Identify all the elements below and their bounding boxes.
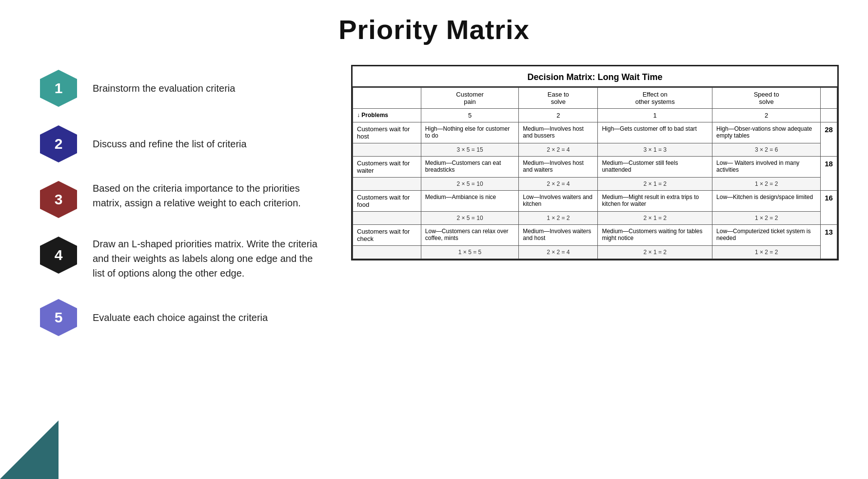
- cell-score-r4-c1: 1 × 5 = 5: [421, 246, 518, 259]
- matrix-row-desc-4: Customers wait for checkLow—Customers ca…: [353, 225, 837, 246]
- cell-desc-r4-c1: Low—Customers can relax over coffee, min…: [421, 225, 518, 246]
- cell-desc-r2-c2: Medium—Involves host and waiters: [519, 157, 598, 178]
- cell-desc-r1-c2: Medium—Involves host and bussers: [519, 122, 598, 143]
- page-title: Priority Matrix: [0, 0, 868, 55]
- cell-score-r1-c2: 2 × 2 = 4: [519, 143, 598, 157]
- matrix-row-desc-3: Customers wait for foodMedium—Ambiance i…: [353, 191, 837, 212]
- score-empty-2: [353, 178, 421, 191]
- cell-score-r3-c3: 2 × 1 = 2: [598, 212, 712, 225]
- problem-label-3: Customers wait for food: [353, 191, 421, 212]
- weight-1: 5: [421, 109, 518, 122]
- criteria-arrow-header: [353, 88, 421, 109]
- weight-3: 1: [598, 109, 712, 122]
- cell-desc-r1-c1: High—Nothing else for customer to do: [421, 122, 518, 143]
- cell-desc-r2-c1: Medium—Customers can eat breadsticks: [421, 157, 518, 178]
- step-text-4: Draw an L-shaped priorities matrix. Writ…: [93, 237, 322, 280]
- matrix-row-score-3: 2 × 5 = 101 × 2 = 22 × 1 = 21 × 2 = 2: [353, 212, 837, 225]
- total-r2: 18: [821, 157, 837, 191]
- score-empty-1: [353, 143, 421, 157]
- matrix-row-desc-1: Customers wait for hostHigh—Nothing else…: [353, 122, 837, 143]
- weight-2: 2: [519, 109, 598, 122]
- cell-desc-r2-c3: Medium—Customer still feels unattended: [598, 157, 712, 178]
- cell-score-r3-c2: 1 × 2 = 2: [519, 212, 598, 225]
- matrix-row-desc-2: Customers wait for waiterMedium—Customer…: [353, 157, 837, 178]
- step-text-5: Evaluate each choice against the criteri…: [93, 310, 322, 325]
- step-text-2: Discuss and refine the list of criteria: [93, 137, 322, 151]
- cell-score-r4-c4: 1 × 2 = 2: [712, 246, 821, 259]
- step-text-3: Based on the criteria importance to the …: [93, 181, 322, 210]
- problem-label-4: Customers wait for check: [353, 225, 421, 246]
- total-r4: 13: [821, 225, 837, 259]
- step-item-4: 4Draw an L-shaped priorities matrix. Wri…: [39, 237, 322, 280]
- cell-score-r2-c3: 2 × 1 = 2: [598, 178, 712, 191]
- cell-score-r1-c3: 3 × 1 = 3: [598, 143, 712, 157]
- total-r1: 28: [821, 122, 837, 157]
- step-hexagon-container-5: 5: [39, 299, 78, 336]
- step-hexagon-container-3: 3: [39, 181, 78, 218]
- matrix-row-score-2: 2 × 5 = 102 × 2 = 42 × 1 = 21 × 2 = 2: [353, 178, 837, 191]
- step-hexagon-3: 3: [40, 181, 77, 218]
- cell-score-r2-c1: 2 × 5 = 10: [421, 178, 518, 191]
- cell-desc-r2-c4: Low— Waiters involved in many activities: [712, 157, 821, 178]
- cell-desc-r3-c3: Medium—Might result in extra trips to ki…: [598, 191, 712, 212]
- score-empty-3: [353, 212, 421, 225]
- col-header-1: Customerpain: [421, 88, 518, 109]
- cell-desc-r3-c1: Medium—Ambiance is nice: [421, 191, 518, 212]
- step-hexagon-4: 4: [40, 237, 77, 274]
- col-header-2: Ease tosolve: [519, 88, 598, 109]
- step-item-5: 5Evaluate each choice against the criter…: [39, 299, 322, 336]
- cell-score-r1-c4: 3 × 2 = 6: [712, 143, 821, 157]
- cell-score-r3-c4: 1 × 2 = 2: [712, 212, 821, 225]
- step-hexagon-2: 2: [40, 125, 77, 162]
- cell-score-r2-c2: 2 × 2 = 4: [519, 178, 598, 191]
- cell-desc-r1-c3: High—Gets customer off to bad start: [598, 122, 712, 143]
- cell-score-r3-c1: 2 × 5 = 10: [421, 212, 518, 225]
- cell-desc-r4-c2: Medium—Involves waiters and host: [519, 225, 598, 246]
- step-item-2: 2Discuss and refine the list of criteria: [39, 125, 322, 162]
- step-hexagon-container-4: 4: [39, 237, 78, 274]
- cell-desc-r1-c4: High—Obser-vations show adequate empty t…: [712, 122, 821, 143]
- col-header-3: Effect onother systems: [598, 88, 712, 109]
- cell-score-r2-c4: 1 × 2 = 2: [712, 178, 821, 191]
- col-header-total: [821, 88, 837, 109]
- total-r3: 16: [821, 191, 837, 225]
- problem-label-1: Customers wait for host: [353, 122, 421, 143]
- score-empty-4: [353, 246, 421, 259]
- main-layout: 1Brainstorm the evaluation criteria2Disc…: [0, 55, 868, 336]
- cell-desc-r3-c2: Low—Involves waiters and kitchen: [519, 191, 598, 212]
- weight-total: [821, 109, 837, 122]
- matrix-row-score-4: 1 × 5 = 52 × 2 = 42 × 1 = 21 × 2 = 2: [353, 246, 837, 259]
- problems-label-cell: ↓ Problems: [353, 109, 421, 122]
- bottom-triangle: [0, 420, 59, 479]
- step-hexagon-container-1: 1: [39, 70, 78, 107]
- step-text-1: Brainstorm the evaluation criteria: [93, 81, 322, 96]
- weight-4: 2: [712, 109, 821, 122]
- matrix-panel: Decision Matrix: Long Wait Time Customer…: [351, 65, 839, 260]
- step-item-1: 1Brainstorm the evaluation criteria: [39, 70, 322, 107]
- decision-matrix: Customerpain Ease tosolve Effect onother…: [353, 87, 837, 259]
- cell-score-r4-c2: 2 × 2 = 4: [519, 246, 598, 259]
- matrix-header-row: Customerpain Ease tosolve Effect onother…: [353, 88, 837, 109]
- weight-row: ↓ Problems 5 2 1 2: [353, 109, 837, 122]
- cell-desc-r4-c4: Low—Computerized ticket system is needed: [712, 225, 821, 246]
- cell-score-r1-c1: 3 × 5 = 15: [421, 143, 518, 157]
- steps-panel: 1Brainstorm the evaluation criteria2Disc…: [39, 65, 322, 336]
- matrix-title: Decision Matrix: Long Wait Time: [353, 66, 837, 87]
- cell-desc-r3-c4: Low—Kitchen is design/space limited: [712, 191, 821, 212]
- cell-score-r4-c3: 2 × 1 = 2: [598, 246, 712, 259]
- step-item-3: 3Based on the criteria importance to the…: [39, 181, 322, 218]
- cell-desc-r4-c3: Medium—Customers waiting for tables migh…: [598, 225, 712, 246]
- step-hexagon-container-2: 2: [39, 125, 78, 162]
- col-header-4: Speed tosolve: [712, 88, 821, 109]
- problem-label-2: Customers wait for waiter: [353, 157, 421, 178]
- step-hexagon-5: 5: [40, 299, 77, 336]
- matrix-row-score-1: 3 × 5 = 152 × 2 = 43 × 1 = 33 × 2 = 6: [353, 143, 837, 157]
- step-hexagon-1: 1: [40, 70, 77, 107]
